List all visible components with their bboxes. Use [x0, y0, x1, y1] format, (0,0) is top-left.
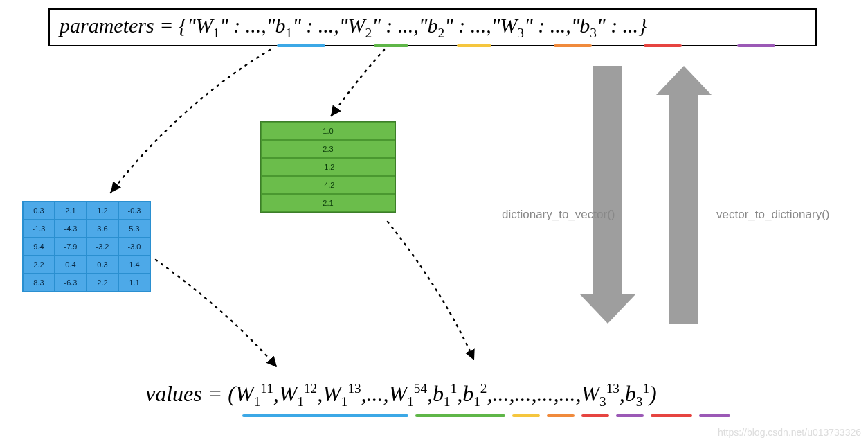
bottom-eq: = ( — [202, 381, 235, 406]
underline-yellow — [512, 414, 540, 417]
vector-cell: -4.2 — [261, 176, 395, 194]
vector-cell: 2.3 — [261, 140, 395, 158]
matrix-cell: -3.2 — [87, 238, 118, 256]
matrix-cell: 1.1 — [118, 274, 150, 292]
matrix-cell: 8.3 — [23, 274, 55, 292]
bottom-terms: W111,W112,W113,...,W154,b11,b12,...,...,… — [235, 381, 649, 406]
matrix-cell: -7.9 — [55, 238, 87, 256]
underline-purple — [737, 44, 775, 47]
top-close: } — [638, 14, 647, 37]
underline-red — [644, 44, 682, 47]
underline-orange — [547, 414, 575, 417]
watermark: https://blog.csdn.net/u013733326 — [718, 427, 861, 438]
arrow-dict-to-vector — [587, 66, 629, 324]
parameters-dict-box: parameters = {"W1" : ...,"b1" : ...,"W2"… — [48, 8, 817, 46]
top-eq: = { — [154, 14, 187, 37]
vector-cell: 1.0 — [261, 122, 395, 140]
underline-green — [415, 414, 505, 417]
top-entries: "W1" : ...,"b1" : ...,"W2" : ...,"b2" : … — [187, 14, 638, 37]
values-tuple: values = (W111,W112,W113,...,W154,b11,b1… — [145, 381, 657, 409]
matrix-cell: 3.6 — [87, 220, 118, 238]
matrix-cell: 1.2 — [87, 202, 118, 220]
matrix-cell: 2.2 — [87, 274, 118, 292]
matrix-cell: -1.3 — [23, 220, 55, 238]
underline-purple — [616, 414, 644, 417]
matrix-cell: -0.3 — [118, 202, 150, 220]
matrix-cell: 0.3 — [23, 202, 55, 220]
bottom-lhs: values — [145, 381, 202, 406]
underline-orange — [554, 44, 592, 47]
top-lhs: parameters — [60, 14, 154, 37]
underline-blue — [242, 414, 408, 417]
label-vector-to-dict: vector_to_dictionary() — [716, 208, 829, 222]
arrow-vector-to-dict — [663, 66, 705, 324]
matrix-cell: 1.4 — [118, 256, 150, 274]
underline-red — [581, 414, 609, 417]
matrix-cell: 5.3 — [118, 220, 150, 238]
matrix-cell: -4.3 — [55, 220, 87, 238]
underline-blue — [277, 44, 325, 47]
matrix-cell: 0.3 — [87, 256, 118, 274]
matrix-cell: 9.4 — [23, 238, 55, 256]
matrix-cell: 2.1 — [55, 202, 87, 220]
underline-yellow — [457, 44, 491, 47]
underline-green — [374, 44, 408, 47]
matrix-cell: 0.4 — [55, 256, 87, 274]
underline-purple — [699, 414, 730, 417]
matrix-W1: 0.32.11.2-0.3-1.3-4.33.65.39.4-7.9-3.2-3… — [22, 201, 151, 292]
vector-cell: -1.2 — [261, 158, 395, 176]
vector-cell: 2.1 — [261, 194, 395, 212]
matrix-cell: 2.2 — [23, 256, 55, 274]
matrix-cell: -3.0 — [118, 238, 150, 256]
label-dict-to-vector: dictionary_to_vector() — [502, 208, 615, 222]
matrix-cell: -6.3 — [55, 274, 87, 292]
vector-b1: 1.02.3-1.2-4.22.1 — [260, 121, 396, 213]
underline-red — [651, 414, 692, 417]
bottom-close: ) — [649, 381, 657, 406]
